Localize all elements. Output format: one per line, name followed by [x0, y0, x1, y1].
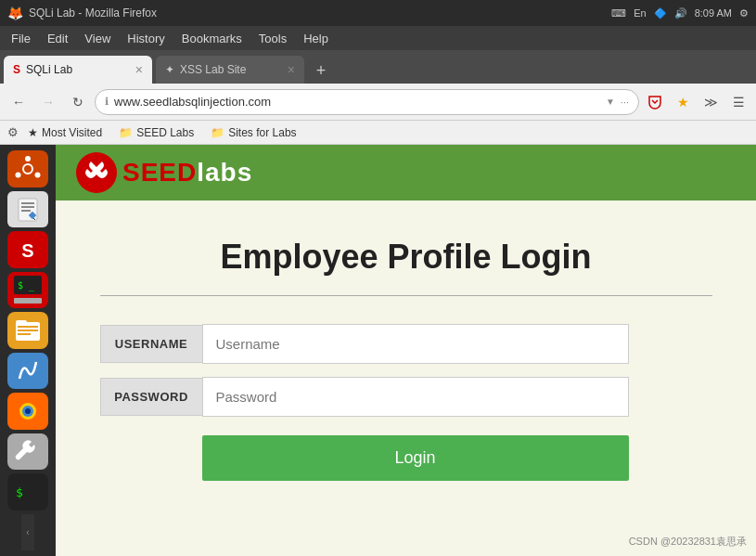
address-overflow-icon[interactable]: ··· [621, 97, 629, 108]
username-label: USERNAME [100, 325, 202, 363]
svg-text:$: $ [16, 485, 23, 499]
menu-history[interactable]: History [120, 30, 172, 47]
language-indicator: En [634, 7, 646, 19]
sidebar-icon-firefox[interactable] [7, 393, 48, 430]
watermark: CSDN @20232831袁思承 [629, 535, 747, 549]
svg-rect-19 [18, 326, 38, 328]
username-row: USERNAME [100, 324, 712, 364]
clock: 8:09 AM [695, 7, 732, 19]
hamburger-menu-button[interactable]: ☰ [726, 90, 750, 114]
titlebar-left: 🦊 SQLi Lab - Mozilla Firefox [7, 6, 157, 20]
svg-rect-18 [16, 320, 27, 326]
login-button[interactable]: Login [202, 435, 629, 481]
logo-seed: SEED [122, 158, 197, 187]
bookmark-sites-for-labs[interactable]: 📁 Sites for Labs [203, 124, 303, 141]
bookmark-label-seed: SEED Labs [136, 126, 194, 139]
titlebar-right: ⌨ En 🔷 🔊 8:09 AM ⚙ [611, 7, 749, 19]
security-icon: ℹ [105, 96, 109, 108]
bookmark-most-visited[interactable]: ★ Most Visited [20, 124, 109, 141]
new-tab-button[interactable]: + [308, 58, 334, 84]
bookmarksbar: ⚙ ★ Most Visited 📁 SEED Labs 📁 Sites for… [0, 121, 756, 145]
password-label: PASSWORD [100, 378, 202, 416]
password-row: PASSWORD [100, 377, 712, 417]
navbar: ← → ↻ ℹ ▼ ··· ★ ≫ ☰ [0, 84, 756, 121]
titlebar: 🦊 SQLi Lab - Mozilla Firefox ⌨ En 🔷 🔊 8:… [0, 0, 756, 26]
tab-favicon-xss: ✦ [165, 63, 174, 76]
bluetooth-icon: 🔷 [654, 7, 667, 19]
logo-labs: labs [197, 158, 252, 187]
browser-content: SEEDlabs Employee Profile Login USERNAME… [56, 145, 756, 556]
reload-button[interactable]: ↻ [65, 89, 91, 115]
browser-icon: 🦊 [7, 6, 23, 20]
address-bar[interactable] [114, 95, 600, 109]
svg-rect-15 [14, 298, 42, 304]
tab-sqli-lab[interactable]: S SQLi Lab × [4, 56, 152, 84]
seedlabs-header: SEEDlabs [56, 145, 756, 200]
menu-tools[interactable]: Tools [251, 30, 294, 47]
login-title: Employee Profile Login [100, 238, 712, 277]
tab-close-xss[interactable]: × [288, 62, 295, 77]
seedlabs-logo-icon [74, 150, 119, 195]
folder-icon-2: 📁 [211, 126, 224, 139]
username-input[interactable] [202, 324, 629, 364]
tabbar: S SQLi Lab × ✦ XSS Lab Site × + [0, 50, 756, 84]
menu-edit[interactable]: Edit [40, 30, 75, 47]
seedlabs-logo: SEEDlabs [74, 150, 252, 195]
tab-close-sqli[interactable]: × [135, 62, 143, 77]
svg-rect-6 [21, 202, 34, 204]
svg-rect-21 [18, 333, 31, 335]
tab-xss-lab[interactable]: ✦ XSS Lab Site × [156, 56, 304, 84]
login-divider [100, 295, 712, 296]
nav-icons: ★ ≫ ☰ [643, 90, 750, 114]
bookmark-label: Most Visited [42, 126, 102, 139]
sidebar-icon-settings[interactable] [7, 433, 48, 471]
address-dropdown-icon[interactable]: ▼ [606, 97, 615, 107]
sidebar-icon-terminal2[interactable]: $ [7, 473, 48, 511]
menu-file[interactable]: File [4, 30, 38, 47]
password-input[interactable] [202, 377, 629, 417]
keyboard-icon: ⌨ [611, 7, 626, 19]
main-layout: S $ _ [0, 145, 756, 556]
bookmark-star-button[interactable]: ★ [671, 90, 695, 114]
svg-rect-7 [21, 206, 34, 208]
svg-text:S: S [21, 240, 33, 261]
svg-point-2 [25, 156, 31, 162]
login-container: Employee Profile Login USERNAME PASSWORD… [82, 200, 731, 518]
volume-icon: 🔊 [674, 7, 687, 19]
menubar: File Edit View History Bookmarks Tools H… [0, 26, 756, 50]
overflow-menu-button[interactable]: ≫ [698, 90, 723, 114]
sidebar-icon-s-app[interactable]: S [7, 231, 48, 268]
bookmark-seed-labs[interactable]: 📁 SEED Labs [111, 124, 201, 141]
window-title: SQLi Lab - Mozilla Firefox [29, 6, 157, 19]
svg-text:$ _: $ _ [18, 280, 35, 291]
svg-point-3 [16, 172, 21, 177]
forward-button[interactable]: → [35, 89, 61, 115]
tab-label-sqli: SQLi Lab [26, 63, 72, 76]
svg-rect-20 [18, 330, 38, 331]
bookmark-label-sites: Sites for Labs [228, 126, 296, 139]
settings-icon: ⚙ [739, 7, 749, 19]
sidebar-icon-terminal[interactable]: $ _ [7, 272, 48, 309]
svg-point-4 [35, 172, 41, 177]
svg-rect-8 [21, 210, 31, 212]
sidebar-icon-text-editor[interactable] [7, 191, 48, 228]
tab-favicon-sqli: S [13, 63, 20, 76]
menu-bookmarks[interactable]: Bookmarks [174, 30, 250, 47]
sidebar-icon-files[interactable] [7, 312, 48, 349]
address-bar-container[interactable]: ℹ ▼ ··· [95, 89, 639, 115]
back-button[interactable]: ← [6, 89, 32, 115]
menu-view[interactable]: View [77, 30, 118, 47]
pocket-button[interactable] [643, 90, 667, 114]
sidebar: S $ _ [0, 145, 56, 556]
svg-point-26 [25, 408, 31, 414]
folder-icon-1: 📁 [119, 126, 133, 139]
sidebar-collapse-button[interactable]: ‹ [21, 514, 34, 551]
seedlabs-logo-text: SEEDlabs [122, 158, 252, 187]
tab-label-xss: XSS Lab Site [180, 63, 246, 76]
menu-help[interactable]: Help [296, 30, 336, 47]
sidebar-icon-ubuntu[interactable] [7, 150, 48, 187]
settings-small-icon: ⚙ [7, 125, 19, 139]
bookmark-star-icon: ★ [28, 126, 38, 139]
sidebar-icon-wireshark[interactable] [7, 353, 48, 390]
